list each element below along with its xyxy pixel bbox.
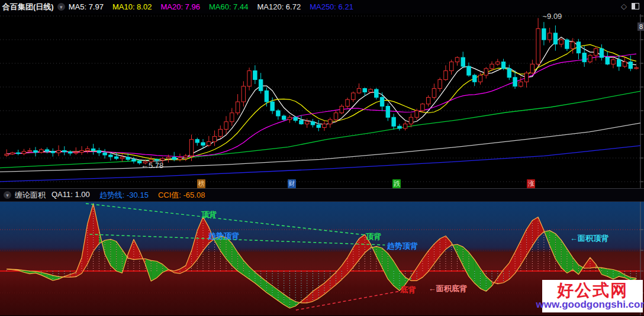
hot-tag-marker[interactable]: 涨 — [527, 179, 535, 188]
indicator-value-item: CCI值: -65.08 — [158, 190, 205, 201]
candlestick-chart[interactable]: 8 ~9.09←5.78榜财跌涨 — [0, 14, 644, 189]
symbol-title: 合百集团(日线) — [2, 2, 54, 12]
indicator-name: 缠论面积 — [15, 190, 46, 201]
ma-legend-item: MA5: 7.97 — [69, 2, 104, 11]
ma-legend-item: MA10: 8.02 — [112, 2, 152, 11]
app-window: 合百集团(日线) ▾ MA5: 7.97MA10: 8.02MA20: 7.96… — [0, 0, 644, 316]
ma-legend-item: MA250: 6.21 — [310, 2, 353, 11]
ma-legend-item: MA120: 6.72 — [257, 2, 301, 11]
watermark-url: www.goodgongshi.com — [536, 299, 644, 310]
candlestick-plot[interactable] — [0, 14, 644, 189]
ma-legend-item: MA20: 7.96 — [160, 2, 200, 11]
hot-tag-marker[interactable]: 榜 — [197, 179, 205, 188]
indicator-header: ▾ 缠论面积 QA11: 1.00趋势线: -30.15CCI值: -65.08 — [0, 189, 644, 202]
indicator-values: QA11: 1.00趋势线: -30.15CCI值: -65.08 — [51, 190, 205, 201]
hot-tag-marker[interactable]: 跌 — [392, 179, 401, 188]
indicator-value-item: 趋势线: -30.15 — [99, 190, 149, 201]
hot-tag-marker[interactable]: 财 — [288, 179, 296, 188]
ma-legend: MA5: 7.97MA10: 8.02MA20: 7.96MA60: 7.44M… — [69, 2, 353, 11]
chevron-down-icon[interactable]: ▾ — [4, 191, 11, 199]
titlebar-tools: ◇ — [621, 1, 639, 11]
watermark: 好公式网 www.goodgongshi.com — [542, 280, 643, 312]
chevron-down-icon[interactable]: ▾ — [57, 3, 65, 11]
title-bar: 合百集团(日线) ▾ MA5: 7.97MA10: 8.02MA20: 7.96… — [0, 0, 644, 14]
watermark-brand: 好公式网 — [557, 282, 628, 299]
axis-price-label: 8 — [637, 22, 644, 31]
indicator-value-item: QA11: 1.00 — [51, 190, 90, 201]
split-pane-icon[interactable] — [632, 3, 639, 9]
ma-legend-item: MA60: 7.44 — [209, 2, 249, 11]
diamond-icon[interactable]: ◇ — [621, 2, 627, 10]
